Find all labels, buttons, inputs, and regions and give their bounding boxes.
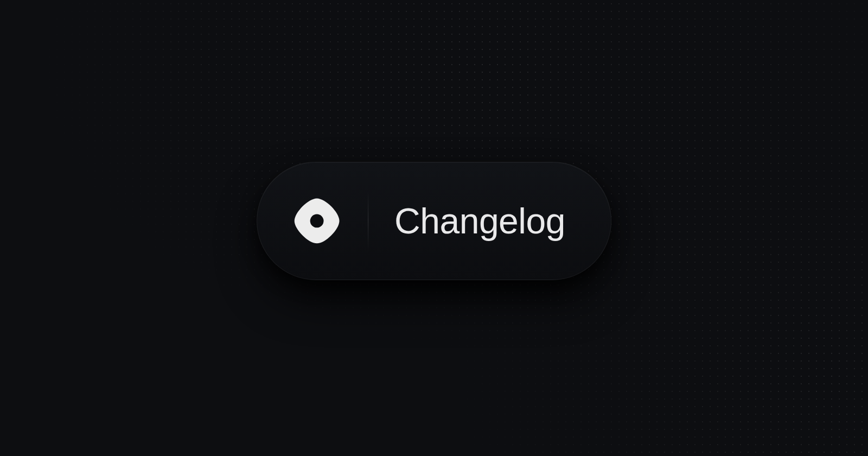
brand-logo-icon	[292, 196, 342, 246]
card-title: Changelog	[394, 203, 565, 239]
changelog-card: Changelog	[257, 162, 611, 280]
vertical-divider	[368, 191, 368, 251]
svg-point-0	[310, 214, 324, 228]
